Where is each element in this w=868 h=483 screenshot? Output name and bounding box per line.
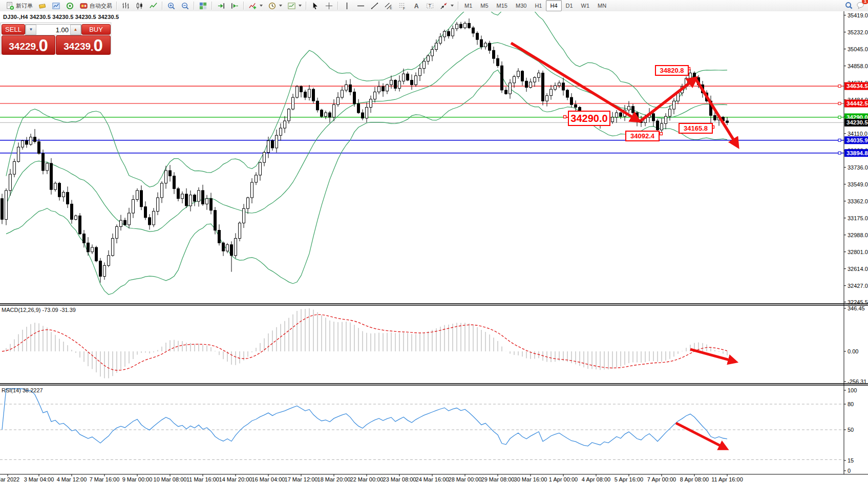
price-axis-tick: 33549.0 — [848, 181, 868, 187]
time-axis-label: 18 Mar 20:00 — [317, 476, 351, 482]
sell-price-main: 34229 — [9, 40, 36, 53]
time-axis-label: 3 Mar 04:00 — [24, 476, 54, 482]
time-axis-label: 29 Mar 08:00 — [481, 476, 515, 482]
time-axis-label: 11 Mar 16:00 — [186, 476, 219, 482]
price-axis-tick: 35045.0 — [848, 46, 868, 52]
buy-price-pips: 0 — [93, 38, 102, 53]
time-axis-label: 11 Apr 16:00 — [711, 476, 743, 482]
volume-stepper: ▼ ▲ — [25, 24, 81, 35]
time-axis-label: 7 Apr 00:00 — [647, 476, 676, 482]
sell-button[interactable]: SELL — [2, 24, 25, 35]
rsi-axis-tick: 50 — [848, 427, 854, 433]
price-axis-tick: 32988.0 — [848, 232, 868, 238]
symbol-header: DJ30-,H4 34230.5 34230.5 34230.5 34230.5 — [3, 14, 119, 20]
chart-canvas[interactable]: 35419.035232.035045.034858.034671.034484… — [0, 0, 868, 483]
sell-price-display[interactable]: 34229.0 — [2, 35, 55, 55]
price-axis-tick: 34110.0 — [848, 131, 867, 137]
rsi-axis-tick: 100 — [848, 387, 857, 393]
price-axis-tick: 35232.0 — [848, 29, 868, 35]
sell-price-pips: 0 — [38, 38, 48, 53]
time-axis-label: 4 Apr 08:00 — [582, 476, 610, 482]
price-level-axis-label: 34230.5 — [844, 119, 868, 127]
time-axis-label: 8 Apr 08:00 — [680, 476, 709, 482]
macd-axis-tick: 0.00 — [848, 348, 858, 354]
time-axis-label: 1 Apr 00:00 — [549, 476, 578, 482]
price-axis-tick: 32245.5 — [848, 299, 868, 305]
price-axis-tick: 33362.0 — [848, 198, 868, 204]
time-axis-label: 5 Apr 16:00 — [615, 476, 643, 482]
svg-text:33894.8: 33894.8 — [846, 150, 868, 156]
volume-input[interactable] — [36, 25, 70, 35]
price-level-axis-label: 34634.5 — [844, 82, 868, 90]
price-axis-tick: 32614.0 — [848, 266, 868, 272]
macd-axis-tick: -256.31 — [848, 379, 866, 385]
price-level-axis-label: 34035.9 — [844, 136, 868, 144]
price-axis-tick: 32801.0 — [848, 249, 868, 255]
price-axis-tick: 33175.0 — [848, 215, 868, 221]
time-axis-label: 9 Mar 00:00 — [122, 476, 153, 482]
svg-text:34230.5: 34230.5 — [846, 119, 868, 125]
time-axis-label: 22 Mar 00:00 — [350, 476, 384, 482]
rsi-axis-tick: 0 — [848, 468, 851, 474]
rsi-axis-tick: 80 — [848, 401, 854, 407]
time-axis-label: 14 Mar 20:00 — [219, 476, 252, 482]
price-annotation-34290[interactable]: 34290.0 — [568, 111, 610, 126]
time-axis-label: 23 Mar 08:00 — [383, 476, 416, 482]
price-axis-tick: 35419.0 — [848, 12, 868, 18]
chart-area[interactable]: 35419.035232.035045.034858.034671.034484… — [0, 0, 868, 483]
time-axis-label: 17 Mar 12:00 — [285, 476, 318, 482]
buy-price-main: 34239 — [63, 40, 91, 53]
price-annotation-34092[interactable]: 34092.4 — [625, 131, 660, 141]
price-axis-tick: 32427.0 — [848, 283, 868, 289]
buy-button[interactable]: BUY — [81, 24, 111, 35]
svg-text:34442.5: 34442.5 — [846, 100, 868, 107]
time-axis-label: 24 Mar 16:00 — [416, 476, 449, 482]
time-axis-label: 16 Mar 04:00 — [252, 476, 285, 482]
price-annotation-34820[interactable]: 34820.8 — [655, 65, 689, 76]
buy-price-display[interactable]: 34239.0 — [56, 35, 111, 55]
time-axis-label: Mar 2022 — [0, 476, 19, 482]
svg-text:34634.5: 34634.5 — [846, 83, 868, 89]
time-axis-label: 28 Mar 00:00 — [449, 476, 482, 482]
mt-terminal-window: { "toolbar": { "items": [ {"type":"btn",… — [0, 0, 868, 483]
time-axis-label: 10 Mar 08:00 — [154, 476, 187, 482]
macd-axis-tick: 346.45 — [848, 305, 865, 311]
price-axis-tick: 34858.0 — [848, 63, 868, 69]
price-annotation-34165[interactable]: 34165.8 — [679, 123, 713, 134]
time-axis-label: 30 Mar 16:00 — [514, 476, 547, 482]
price-level-axis-label: 33894.8 — [844, 149, 868, 157]
one-click-trade-panel: SELL ▼ ▲ BUY 34229.0 34239.0 — [1, 23, 111, 54]
volume-decrease-button[interactable]: ▼ — [26, 25, 36, 35]
volume-increase-button[interactable]: ▲ — [70, 25, 81, 35]
price-axis-tick: 33736.0 — [848, 164, 868, 171]
rsi-axis-tick: 15 — [848, 457, 854, 464]
rsi-indicator-label: RSI(14) 38.2227 — [2, 387, 43, 393]
svg-text:34035.9: 34035.9 — [846, 137, 868, 143]
time-axis-label: 4 Mar 12:00 — [57, 476, 87, 482]
price-level-axis-label: 34442.5 — [844, 100, 868, 108]
macd-indicator-label: MACD(12,26,9) -73.09 -31.39 — [2, 307, 76, 313]
time-axis-label: 7 Mar 16:00 — [90, 476, 120, 482]
